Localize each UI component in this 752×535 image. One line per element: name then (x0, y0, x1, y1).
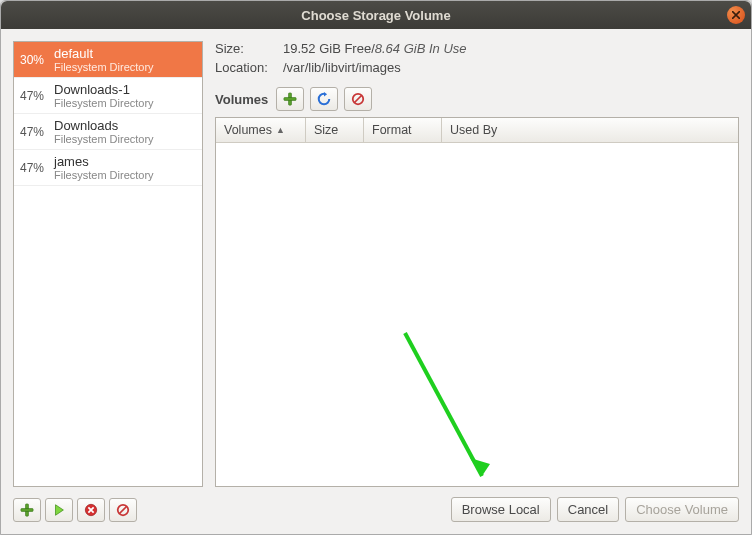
volumes-table-body[interactable] (216, 143, 738, 486)
dialog-actions: Browse Local Cancel Choose Volume (451, 497, 739, 522)
play-icon (52, 503, 66, 517)
storage-pool-sidebar: 30% default Filesystem Directory 47% Dow… (13, 41, 203, 487)
svg-marker-8 (56, 504, 64, 515)
pool-item-james[interactable]: 47% james Filesystem Directory (14, 150, 202, 186)
storage-pool-list[interactable]: 30% default Filesystem Directory 47% Dow… (14, 42, 202, 486)
location-row: Location: /var/lib/libvirt/images (215, 60, 739, 75)
pool-usage-pct: 30% (20, 53, 54, 67)
dialog-window: Choose Storage Volume 30% default Filesy… (0, 0, 752, 535)
close-icon (732, 11, 740, 19)
column-header-used-by[interactable]: Used By (442, 118, 738, 142)
pool-type: Filesystem Directory (54, 169, 154, 181)
titlebar: Choose Storage Volume (1, 1, 751, 29)
pool-item-downloads[interactable]: 47% Downloads Filesystem Directory (14, 114, 202, 150)
delete-pool-button[interactable] (109, 498, 137, 522)
pool-type: Filesystem Directory (54, 97, 154, 109)
svg-line-4 (405, 333, 482, 476)
delete-volume-button[interactable] (344, 87, 372, 111)
svg-rect-7 (21, 508, 33, 511)
pool-usage-pct: 47% (20, 89, 54, 103)
pool-type: Filesystem Directory (54, 61, 154, 73)
location-value: /var/lib/libvirt/images (283, 60, 401, 75)
stop-icon (84, 503, 98, 517)
svg-marker-5 (470, 458, 490, 476)
forbidden-icon (351, 92, 365, 106)
pool-type: Filesystem Directory (54, 133, 154, 145)
browse-local-button[interactable]: Browse Local (451, 497, 551, 522)
add-volume-button[interactable] (276, 87, 304, 111)
pool-actions (13, 498, 137, 522)
pool-usage-pct: 47% (20, 161, 54, 175)
refresh-volumes-button[interactable] (310, 87, 338, 111)
stop-pool-button[interactable] (77, 498, 105, 522)
plus-icon (283, 92, 297, 106)
volumes-label: Volumes (215, 92, 268, 107)
size-label: Size: (215, 41, 283, 56)
refresh-icon (317, 92, 331, 106)
main-area: 30% default Filesystem Directory 47% Dow… (13, 41, 739, 487)
forbidden-icon (116, 503, 130, 517)
column-header-volumes[interactable]: Volumes ▲ (216, 118, 306, 142)
svg-rect-1 (284, 98, 296, 101)
column-header-format[interactable]: Format (364, 118, 442, 142)
window-title: Choose Storage Volume (301, 8, 450, 23)
pool-name: Downloads (54, 118, 154, 133)
pool-usage-pct: 47% (20, 125, 54, 139)
svg-line-11 (120, 506, 127, 513)
volumes-toolbar: Volumes (215, 87, 739, 111)
details-pane: Size: 19.52 GiB Free / 8.64 GiB In Use L… (215, 41, 739, 487)
plus-icon (20, 503, 34, 517)
start-pool-button[interactable] (45, 498, 73, 522)
choose-volume-button[interactable]: Choose Volume (625, 497, 739, 522)
add-pool-button[interactable] (13, 498, 41, 522)
pool-item-downloads-1[interactable]: 47% Downloads-1 Filesystem Directory (14, 78, 202, 114)
pool-item-default[interactable]: 30% default Filesystem Directory (14, 42, 202, 78)
window-close-button[interactable] (727, 6, 745, 24)
sort-ascending-icon: ▲ (276, 125, 285, 135)
volumes-table-header: Volumes ▲ Size Format Used By (216, 118, 738, 143)
volumes-table: Volumes ▲ Size Format Used By (215, 117, 739, 487)
column-header-size[interactable]: Size (306, 118, 364, 142)
pool-name: james (54, 154, 154, 169)
pool-name: Downloads-1 (54, 82, 154, 97)
dialog-body: 30% default Filesystem Directory 47% Dow… (1, 29, 751, 534)
pool-name: default (54, 46, 154, 61)
size-row: Size: 19.52 GiB Free / 8.64 GiB In Use (215, 41, 739, 56)
annotation-arrow (400, 328, 510, 498)
size-used-value: 8.64 GiB In Use (375, 41, 467, 56)
dialog-footer: Browse Local Cancel Choose Volume (13, 497, 739, 522)
location-label: Location: (215, 60, 283, 75)
size-free-value: 19.52 GiB Free (283, 41, 371, 56)
svg-line-3 (355, 96, 362, 103)
cancel-button[interactable]: Cancel (557, 497, 619, 522)
